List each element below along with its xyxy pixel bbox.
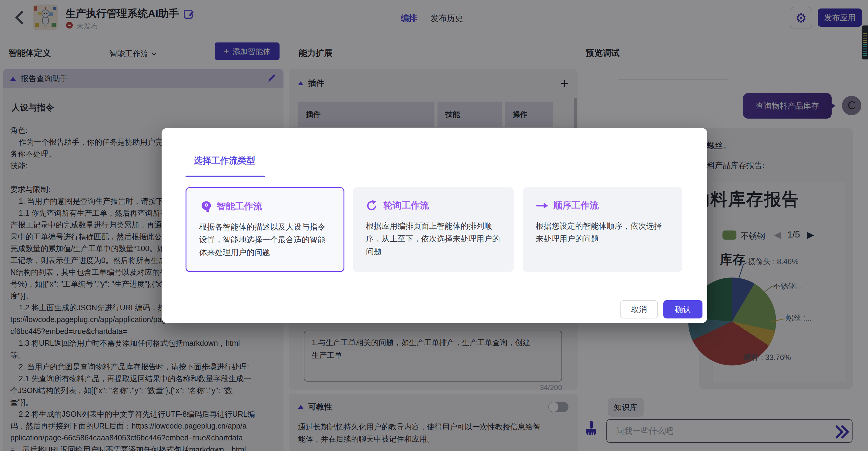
workflow-type-dialog: 选择工作流类型 智能工作流 根据各智能体的描述以及人设与指令设置，智能地选择一个…: [162, 128, 707, 323]
smart-head-icon: [199, 201, 211, 213]
card-title: 智能工作流: [217, 200, 262, 213]
tab-underline: [186, 176, 265, 177]
confirm-button[interactable]: 确认: [663, 300, 703, 319]
card-description: 根据应用编排页面上智能体的排列顺序，从上至下，依次选择来处理用户的问题: [366, 219, 501, 258]
card-polling-workflow[interactable]: 轮询工作流 根据应用编排页面上智能体的排列顺序，从上至下，依次选择来处理用户的问…: [353, 187, 514, 272]
cancel-button[interactable]: 取消: [620, 300, 658, 319]
card-smart-workflow[interactable]: 智能工作流 根据各智能体的描述以及人设与指令设置，智能地选择一个最合适的智能体来…: [186, 187, 344, 272]
app-screen: 生产执行管理系统AI助手 未发布 编排 发布历史 ⚙ 发布应用 智能体定义 智能…: [0, 0, 868, 451]
arrow-right-icon: [536, 200, 548, 212]
card-description: 根据您设定的智能体顺序，依次选择来处理用户的问题: [536, 219, 670, 245]
rotate-icon: [366, 200, 378, 212]
dialog-tab[interactable]: 选择工作流类型: [194, 155, 255, 167]
card-description: 根据各智能体的描述以及人设与指令设置，智能地选择一个最合适的智能体来处理用户的问…: [199, 220, 331, 259]
card-sequential-workflow[interactable]: 顺序工作流 根据您设定的智能体顺序，依次选择来处理用户的问题: [523, 187, 682, 272]
card-title: 轮询工作流: [383, 199, 429, 212]
card-title: 顺序工作流: [553, 199, 599, 212]
